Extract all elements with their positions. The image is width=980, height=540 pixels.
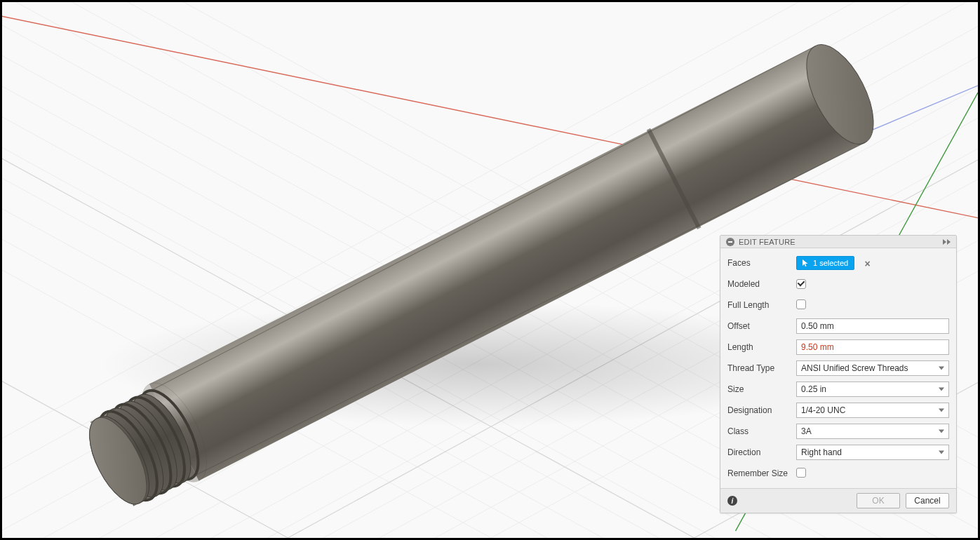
size-dropdown[interactable]: 0.25 in xyxy=(796,382,949,397)
full-length-checkbox[interactable] xyxy=(796,299,806,309)
direction-value: Right hand xyxy=(801,447,842,457)
collapse-icon[interactable] xyxy=(726,238,734,246)
size-value: 0.25 in xyxy=(801,384,826,394)
row-size: Size 0.25 in xyxy=(727,379,949,400)
row-thread-type: Thread Type ANSI Unified Screw Threads xyxy=(727,358,949,379)
label-class: Class xyxy=(727,426,796,436)
direction-dropdown[interactable]: Right hand xyxy=(796,445,949,460)
class-dropdown[interactable]: 3A xyxy=(796,424,949,439)
panel-title: EDIT FEATURE xyxy=(739,238,943,246)
offset-input[interactable] xyxy=(796,318,949,334)
row-remember-size: Remember Size xyxy=(727,463,949,484)
label-designation: Designation xyxy=(727,405,796,415)
label-full-length: Full Length xyxy=(727,300,796,310)
panel-body: Faces 1 selected × Modeled Full Length xyxy=(720,248,956,488)
row-designation: Designation 1/4-20 UNC xyxy=(727,400,949,421)
row-faces: Faces 1 selected × xyxy=(727,252,949,274)
row-direction: Direction Right hand xyxy=(727,442,949,463)
label-offset: Offset xyxy=(727,321,796,331)
label-direction: Direction xyxy=(727,447,796,457)
panel-footer: i OK Cancel xyxy=(720,488,956,513)
label-length: Length xyxy=(727,342,796,352)
cancel-button[interactable]: Cancel xyxy=(906,493,949,508)
label-modeled: Modeled xyxy=(727,279,796,289)
faces-selection-chip[interactable]: 1 selected xyxy=(796,256,854,270)
remember-size-checkbox[interactable] xyxy=(796,468,806,478)
class-value: 3A xyxy=(801,426,812,436)
designation-value: 1/4-20 UNC xyxy=(801,405,845,415)
length-input[interactable] xyxy=(796,339,949,355)
ok-button[interactable]: OK xyxy=(857,493,900,508)
info-icon[interactable]: i xyxy=(727,496,737,506)
panel-header: EDIT FEATURE xyxy=(720,236,956,248)
label-remember-size: Remember Size xyxy=(727,468,796,478)
designation-dropdown[interactable]: 1/4-20 UNC xyxy=(796,403,949,418)
thread-type-dropdown[interactable]: ANSI Unified Screw Threads xyxy=(796,360,949,376)
row-full-length: Full Length xyxy=(727,295,949,316)
faces-clear-button[interactable]: × xyxy=(863,259,873,269)
row-length: Length xyxy=(727,337,949,358)
row-offset: Offset xyxy=(727,316,949,337)
label-thread-type: Thread Type xyxy=(727,363,796,373)
modeled-checkbox[interactable] xyxy=(796,279,806,289)
row-modeled: Modeled xyxy=(727,274,949,295)
faces-chip-text: 1 selected xyxy=(813,259,848,267)
edit-feature-panel: EDIT FEATURE Faces 1 selected × Modeled xyxy=(720,235,957,513)
fast-forward-icon[interactable] xyxy=(943,239,951,245)
thread-type-value: ANSI Unified Screw Threads xyxy=(801,363,908,373)
row-class: Class 3A xyxy=(727,421,949,442)
pointer-icon xyxy=(801,259,810,267)
label-size: Size xyxy=(727,384,796,394)
label-faces: Faces xyxy=(727,258,796,268)
